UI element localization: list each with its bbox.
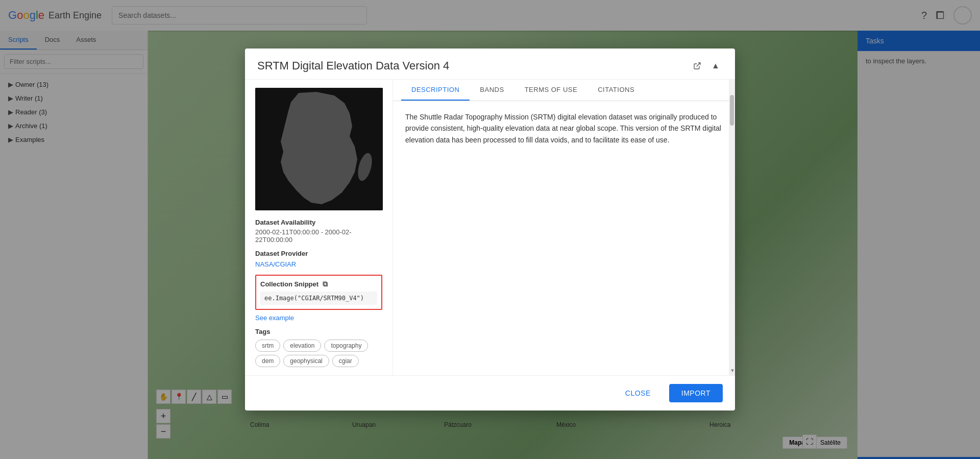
modal-overlay: SRTM Digital Elevation Data Version 4 ▲ [0,0,980,459]
dataset-provider-link[interactable]: NASA/CGIAR [255,260,296,268]
description-text: The Shuttle Radar Topography Mission (SR… [405,111,723,146]
tag-cgiar[interactable]: cgiar [332,355,359,367]
modal-scrollbar-thumb [730,95,734,126]
dataset-availability-label: Dataset Availability [255,219,382,226]
modal-footer: CLOSE IMPORT [245,375,735,410]
collection-snippet-label: Collection Snippet [260,280,318,288]
tag-topography[interactable]: topography [324,340,368,352]
dataset-image [255,88,383,210]
tab-terms[interactable]: TERMS OF USE [514,80,588,101]
modal-title: SRTM Digital Elevation Data Version 4 [257,59,449,73]
collection-snippet-header: Collection Snippet ⧉ [260,280,377,288]
tab-bands[interactable]: BANDS [470,80,514,101]
tag-srtm[interactable]: srtm [255,340,280,352]
snippet-code: ee.Image("CGIAR/SRTM90_V4") [260,292,377,305]
tags-label: Tags [255,328,382,335]
modal: SRTM Digital Elevation Data Version 4 ▲ [245,49,735,410]
tab-description[interactable]: DESCRIPTION [401,80,470,101]
svg-line-0 [697,63,700,66]
see-example: See example [255,314,382,322]
modal-header-icons: ▲ [690,59,723,73]
close-button[interactable]: CLOSE [615,385,661,401]
tags-container: srtm elevation topography dem geophysica… [255,340,382,367]
scroll-down-arrow[interactable]: ▼ [730,368,734,373]
modal-left: Dataset Availability 2000-02-11T00:00:00… [245,80,393,375]
modal-right: DESCRIPTION BANDS TERMS OF USE CITATIONS… [393,80,735,375]
tag-geophysical[interactable]: geophysical [283,355,329,367]
copy-icon[interactable]: ⧉ [323,280,328,288]
modal-body: Dataset Availability 2000-02-11T00:00:00… [245,80,735,375]
dataset-availability-value: 2000-02-11T00:00:00 - 2000-02-22T00:00:0… [255,228,382,244]
collapse-icon[interactable]: ▲ [708,59,723,73]
import-button[interactable]: IMPORT [669,384,723,402]
modal-tabs: DESCRIPTION BANDS TERMS OF USE CITATIONS [393,80,735,101]
tag-elevation[interactable]: elevation [283,340,321,352]
modal-scrollbar[interactable]: ▼ [729,80,735,375]
open-external-icon[interactable] [690,59,704,73]
modal-header: SRTM Digital Elevation Data Version 4 ▲ [245,49,735,80]
collection-snippet-box: Collection Snippet ⧉ ee.Image("CGIAR/SRT… [255,275,382,310]
modal-content: The Shuttle Radar Topography Mission (SR… [393,101,735,375]
dataset-provider-label: Dataset Provider [255,250,382,257]
tab-citations[interactable]: CITATIONS [587,80,645,101]
tag-dem[interactable]: dem [255,355,280,367]
see-example-link[interactable]: See example [255,314,294,322]
